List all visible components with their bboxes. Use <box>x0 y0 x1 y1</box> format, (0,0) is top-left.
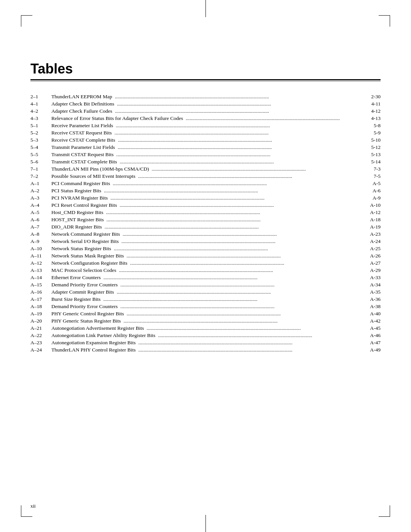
toc-page: A-34 <box>362 282 381 288</box>
toc-row: 2–1ThunderLAN EEPROM Map ...............… <box>30 93 381 100</box>
toc-page: 7-3 <box>362 166 381 172</box>
toc-dots: ........................................… <box>105 209 362 216</box>
toc-row: A–12Network Configuration Register Bits … <box>30 259 381 267</box>
toc-row: A–23Autonegotiation Expansion Register B… <box>30 339 381 346</box>
toc-dots: ........................................… <box>102 275 362 281</box>
toc-page: A-27 <box>362 260 381 266</box>
toc-page: A-19 <box>362 224 381 230</box>
toc-row: A–2PCI Status Register Bits ............… <box>30 187 381 194</box>
toc-dots: ........................................… <box>113 246 362 252</box>
toc-row: 4–2Adapter Check Failure Codes .........… <box>30 107 381 115</box>
toc-row: A–11Network Status Mask Register Bits ..… <box>30 252 381 259</box>
toc-title: PCI Status Register Bits <box>51 188 103 194</box>
toc-title: Network Configuration Register Bits <box>51 260 129 266</box>
toc-num: A–15 <box>30 282 51 288</box>
corner-mark-bc-v <box>206 515 206 532</box>
toc-row: A–17Burst Size Register Bits ...........… <box>30 296 381 303</box>
toc-num: 5–5 <box>30 152 51 158</box>
toc-num: 5–4 <box>30 144 51 150</box>
toc-row: A–21Autonegotiation Advertisement Regist… <box>30 324 381 332</box>
toc-dots: ........................................… <box>126 253 362 259</box>
toc-page: A-18 <box>362 217 381 223</box>
toc-num: 7–1 <box>30 166 51 172</box>
toc-row: A–13MAC Protocol Selection Codes .......… <box>30 267 381 274</box>
toc-title: PCI Reset Control Register Bits <box>51 202 119 208</box>
toc-dots: ........................................… <box>119 202 362 208</box>
toc-num: 5–2 <box>30 130 51 136</box>
corner-mark-bl-h <box>21 516 32 517</box>
toc-page: 5-9 <box>362 130 381 136</box>
toc-title: Adapter Commit Register Bits <box>51 289 116 295</box>
toc-page: A-26 <box>362 253 381 259</box>
toc-page: A-46 <box>362 332 381 339</box>
toc-row: A–9Network Serial I/O Register Bits ....… <box>30 238 381 245</box>
toc-row: A–22Autonegotiation Link Partner Ability… <box>30 332 381 339</box>
toc-title: Receive Parameter List Fields <box>51 123 115 129</box>
toc-num: A–13 <box>30 267 51 273</box>
toc-title: Autonegotiation Expansion Register Bits <box>51 340 137 346</box>
corner-mark-tc-v <box>206 0 206 17</box>
toc-num: 5–6 <box>30 159 51 165</box>
toc-page: A-38 <box>362 304 381 310</box>
toc-num: A–24 <box>30 347 51 353</box>
toc-row: 5–1Receive Parameter List Fields .......… <box>30 122 381 129</box>
corner-mark-tl-v <box>21 15 21 27</box>
toc-row: 5–3Receive CSTAT Complete Bits .........… <box>30 136 381 144</box>
toc-num: A–2 <box>30 188 51 194</box>
toc-dots: ........................................… <box>120 238 362 244</box>
toc-row: 5–6Transmit CSTAT Complete Bits ........… <box>30 158 381 165</box>
toc-row: A–10Network Status Register Bits .......… <box>30 245 381 252</box>
toc-page: A-9 <box>362 195 381 201</box>
toc-dots: ........................................… <box>116 144 362 150</box>
toc-num: A–23 <box>30 340 51 346</box>
toc-title: Host_CMD Register Bits <box>51 209 105 216</box>
toc-row: 7–1ThunderLAN MII Pins (100M-bps CSMA/CD… <box>30 165 381 173</box>
toc-page: A-23 <box>362 231 381 237</box>
toc-title: Ethernet Error Counters <box>51 275 102 281</box>
toc-row: 5–2Receive CSTAT Request Bits ..........… <box>30 129 381 136</box>
toc-page: 7-5 <box>362 173 381 179</box>
toc-dots: ........................................… <box>119 159 362 165</box>
toc-num: 2–1 <box>30 94 51 100</box>
toc-row: 4–1Adapter Check Bit Definitions .......… <box>30 100 381 107</box>
toc-dots: ........................................… <box>105 217 362 223</box>
toc-page: 4-13 <box>362 115 381 121</box>
toc-dots: ........................................… <box>116 289 362 295</box>
toc-num: A–6 <box>30 217 51 223</box>
toc-num: A–14 <box>30 275 51 281</box>
toc-title: Network Command Register Bits <box>51 231 121 237</box>
toc-dots: ........................................… <box>102 296 362 302</box>
toc-page: A-25 <box>362 246 381 252</box>
toc-row: A–4PCI Reset Control Register Bits .....… <box>30 201 381 209</box>
toc-page: A-49 <box>362 347 381 353</box>
toc-row: 5–5Transmit CSTAT Request Bits .........… <box>30 151 381 158</box>
toc-title: Receive CSTAT Request Bits <box>51 130 113 136</box>
toc-title: DIO_ADR Register Bits <box>51 224 104 230</box>
toc-page: 5-10 <box>362 137 381 143</box>
toc-title: PCI Command Register Bits <box>51 181 112 187</box>
toc-dots: ........................................… <box>126 311 362 317</box>
toc-row: 7–2Possible Sources of MII Event Interru… <box>30 173 381 180</box>
toc-dots: ........................................… <box>115 123 362 129</box>
toc-dots: ........................................… <box>117 137 362 143</box>
toc-num: A–11 <box>30 253 51 259</box>
toc-dots: ........................................… <box>137 340 362 346</box>
toc-num: A–17 <box>30 296 51 302</box>
toc-row: A–14Ethernet Error Counters ............… <box>30 274 381 281</box>
toc-dots: ........................................… <box>151 166 362 172</box>
toc-num: A–5 <box>30 209 51 216</box>
corner-mark-tr-v <box>390 15 390 27</box>
toc-page: A-35 <box>362 289 381 295</box>
toc-row: 5–4Transmit Parameter List Fields ......… <box>30 144 381 151</box>
toc-page: A-36 <box>362 296 381 302</box>
toc-dots: ........................................… <box>157 332 362 339</box>
toc-row: A–7DIO_ADR Register Bits ...............… <box>30 223 381 230</box>
toc-title: Adapter Check Failure Codes <box>51 108 114 114</box>
toc-page: A-47 <box>362 340 381 346</box>
toc-dots: ........................................… <box>114 108 362 114</box>
toc-title: Transmit CSTAT Request Bits <box>51 152 115 158</box>
toc-dots: ........................................… <box>116 101 362 107</box>
toc-num: A–8 <box>30 231 51 237</box>
toc-num: A–3 <box>30 195 51 201</box>
toc-num: 7–2 <box>30 173 51 179</box>
